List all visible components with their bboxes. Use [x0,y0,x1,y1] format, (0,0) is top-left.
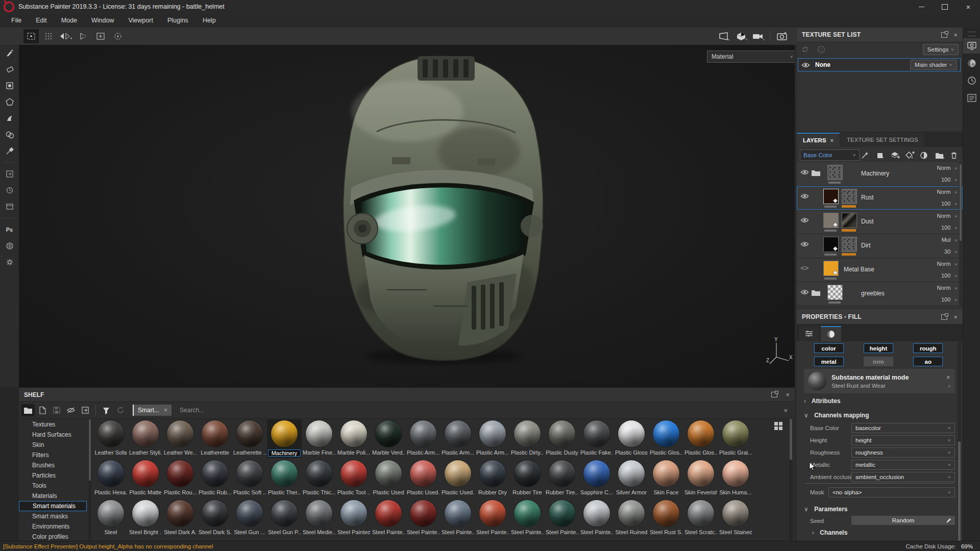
close-icon[interactable]: × [953,314,958,320]
channel-toggle-metal[interactable]: metal [814,357,844,366]
section-parameters[interactable]: ∨ Parameters [804,506,848,513]
mapping-select-height[interactable]: height∨ [851,435,955,445]
eye-icon[interactable] [800,241,809,247]
shelf-item[interactable]: Skin Huma... [718,459,753,498]
blend-mode-select[interactable]: Norm ∨ [937,165,958,171]
shelf-item[interactable]: Silver Armor [614,459,649,498]
mask-thumbnail[interactable] [823,237,839,252]
section-channels[interactable]: › Channels [812,529,847,536]
opacity-select[interactable]: 100 ∨ [941,201,958,207]
shelf-item[interactable]: Plastic Glos... [683,419,718,458]
shelf-item[interactable]: Steel Dark S... [198,499,232,538]
shelf-item[interactable]: Steel Painte... [579,499,614,538]
history-icon[interactable] [963,73,980,88]
material-picker-tool-icon[interactable] [0,143,19,159]
hide-resources-eye-off-icon[interactable] [64,404,78,416]
seed-random-button[interactable]: Random [851,516,955,525]
mapping-select-ambient-occlusion[interactable]: ambient_occlusion∨ [851,472,955,482]
shelf-item[interactable]: Rubber Tire... [545,459,579,498]
opacity-select[interactable]: 30 ∨ [944,248,958,255]
shelf-item[interactable]: Steel Gun P... [267,499,302,538]
close-icon[interactable]: × [953,32,958,38]
iray-render-icon[interactable] [0,238,19,254]
minimize-button[interactable] [910,0,933,13]
close-icon[interactable]: × [164,407,167,413]
shelf-item[interactable]: Plastic Fake... [579,419,614,458]
layer-row[interactable]: Dirt Mul ∨ 30 ∨ [797,234,963,258]
menu-file[interactable]: File [4,13,29,28]
search-input[interactable] [179,406,732,414]
eye-icon[interactable] [800,217,809,223]
fill-layer-thumbnail[interactable] [823,261,839,276]
section-channels-mapping[interactable]: ∨ Channels mapping [804,412,869,419]
shelf-item[interactable]: Steel Ruined [614,499,649,538]
channel-filter-select[interactable]: Base Color ∨ [800,149,860,161]
menu-viewport[interactable]: Viewport [121,13,160,28]
shelf-item[interactable]: Plastic Used... [440,459,475,498]
shelf-item[interactable]: Plastic Matte [128,459,163,498]
shelf-item[interactable]: Plastic Arm... [440,419,475,458]
eye-icon[interactable] [800,169,809,175]
layer-thumbnail[interactable] [842,237,857,252]
shelf-category-smart-masks[interactable]: Smart masks [19,511,87,521]
layer-row[interactable]: Metal Base Norm ∨ 100 ∨ [797,258,963,282]
tab-properties-list[interactable] [799,326,819,341]
shelf-category-hard-surfaces[interactable]: Hard Surfaces [19,430,87,440]
blend-mode-select[interactable]: Norm ∨ [937,189,958,195]
viewport-display-mode-select[interactable]: Material ∨ [707,51,795,63]
shelf-item[interactable]: Plastic Soft ... [232,459,267,498]
properties-scrollbar[interactable] [958,341,961,551]
eye-icon[interactable] [801,62,810,68]
save-icon[interactable] [50,404,63,416]
clear-search-icon[interactable]: × [783,407,788,414]
close-icon[interactable]: × [830,138,834,143]
polygon-fill-tool-icon[interactable] [0,94,19,110]
shelf-item[interactable]: Plastic Thic... [302,459,336,498]
resources-icon[interactable] [0,198,19,215]
shelf-item[interactable]: Steel [93,499,128,538]
shelf-item[interactable]: Leather Styli... [128,419,163,458]
substance-material-mode-box[interactable]: Substance material mode Steel Rust and W… [804,369,955,393]
shelf-item[interactable]: Plastic Used... [406,459,440,498]
shelf-category-textures[interactable]: Textures [19,419,87,430]
shelf-item[interactable]: Plastic Arm... [406,419,440,458]
tab-texture-set-settings[interactable]: TEXTURE SET SETTINGS [841,133,924,147]
shelf-item[interactable]: Steel Stained [718,499,753,538]
maximize-button[interactable] [933,0,957,13]
channel-toggle-ao[interactable]: ao [913,357,943,366]
undock-icon[interactable] [771,392,777,397]
shelf-item[interactable]: Plastic Tool ... [336,459,371,498]
eye-hidden-icon[interactable] [800,265,809,271]
viewport-frame-icon[interactable] [93,29,108,43]
menu-edit[interactable]: Edit [29,13,54,28]
shelf-category-brushes[interactable]: Brushes [19,460,87,470]
screenshot-camera-icon[interactable] [775,29,790,43]
eye-icon[interactable] [800,193,809,199]
3d-viewport[interactable]: Material ∨ Y X Z [19,45,795,387]
close-button[interactable]: × [957,0,980,13]
layer-thumbnail[interactable] [827,165,843,180]
shelf-category-filters[interactable]: Filters [19,450,87,460]
shelf-category-tools[interactable]: Tools [19,481,87,491]
undock-icon[interactable] [941,32,947,38]
shelf-item[interactable]: Marble Poli... [336,419,371,458]
layers-scrollbar[interactable] [959,162,962,306]
channel-toggle-nrm[interactable]: nrm [864,357,893,366]
shelf-category-environments[interactable]: Environments [19,521,87,532]
layer-thumbnail[interactable] [842,213,857,228]
opacity-select[interactable]: 100 ∨ [941,224,958,231]
shelf-item[interactable]: Steel Painte... [510,499,545,538]
shelf-item[interactable]: Machinery [267,419,302,458]
log-list-icon[interactable] [963,90,980,106]
delete-layer-trash-icon[interactable] [948,150,960,160]
close-icon[interactable]: × [946,374,950,381]
section-attributes[interactable]: › Attributes [804,397,841,405]
opacity-select[interactable]: 100 ∨ [941,272,958,279]
shelf-item[interactable]: Plastic Ther... [267,459,302,498]
undock-icon[interactable] [941,314,947,320]
layer-row[interactable]: greebles Norm ∨ 100 ∨ [797,282,963,306]
import-resources-icon[interactable] [79,404,92,416]
channel-toggle-color[interactable]: color [814,343,844,353]
projection-tool-icon[interactable] [0,78,19,94]
eye-icon[interactable] [800,289,809,295]
